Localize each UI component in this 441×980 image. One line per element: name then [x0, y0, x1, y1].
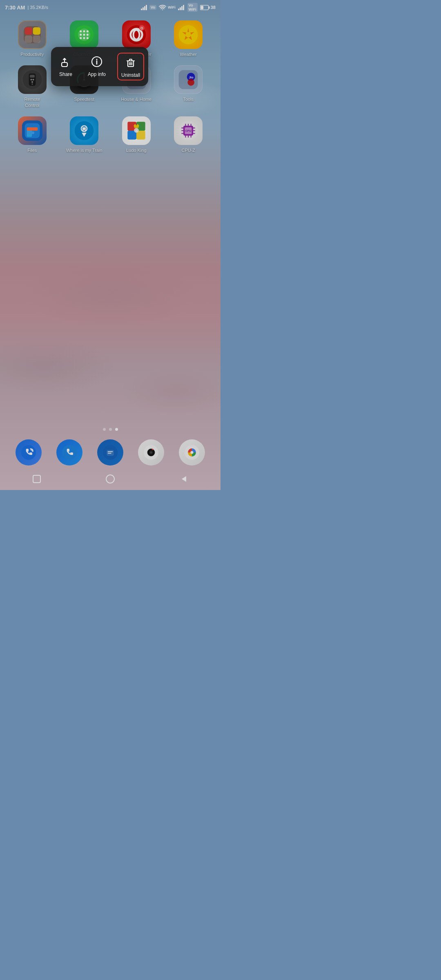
photos-icon: [185, 445, 199, 460]
svg-rect-6: [33, 27, 40, 35]
app-icon-opera: O: [122, 20, 151, 49]
app-icon-tools: Jio: [174, 65, 203, 94]
wifi-label: WiFi: [168, 5, 176, 9]
nav-recents-button[interactable]: [28, 470, 46, 488]
trash-icon: [123, 55, 138, 70]
svg-point-32: [30, 79, 32, 80]
signal-bars: [141, 5, 147, 10]
page-dot-1: [103, 428, 106, 431]
svg-rect-107: [33, 475, 40, 483]
app-item-remote[interactable]: RemoteControl: [8, 65, 56, 108]
app-item-tools[interactable]: Jio Tools: [165, 65, 213, 108]
svg-point-104: [152, 449, 154, 450]
context-uninstall-label: Uninstall: [121, 72, 140, 78]
svg-rect-8: [33, 36, 40, 43]
app-label-remote: RemoteControl: [24, 96, 40, 108]
svg-point-46: [188, 79, 195, 86]
svg-point-59: [83, 130, 84, 131]
ludo-icon-svg: [126, 120, 147, 141]
nav-bar: [0, 468, 220, 490]
svg-text:O: O: [140, 26, 143, 30]
dock-camera[interactable]: [138, 439, 164, 466]
svg-point-108: [106, 475, 114, 483]
page-dot-3: [115, 428, 118, 431]
svg-point-106: [190, 451, 193, 454]
svg-point-67: [134, 128, 139, 133]
svg-rect-53: [27, 131, 34, 134]
svg-rect-58: [82, 127, 86, 130]
svg-point-14: [80, 34, 82, 36]
dock-photos[interactable]: [179, 439, 205, 466]
opera-icon-svg: O: [126, 24, 147, 45]
svg-point-34: [31, 81, 33, 83]
svg-point-19: [87, 37, 89, 39]
files-icon-svg: [22, 120, 42, 141]
svg-point-16: [87, 34, 89, 36]
app-label-train: Where is my Train: [66, 147, 102, 153]
app-item-weather[interactable]: Weather: [165, 20, 213, 57]
voip-phone-icon: [21, 445, 36, 460]
app-label-tools: Tools: [183, 96, 194, 102]
app-item-cpu[interactable]: CPU CPU-Z: [165, 116, 213, 153]
svg-rect-3: [200, 6, 203, 9]
svg-rect-90: [129, 59, 132, 61]
status-left: 7:30 AM | 35.2KB/s: [5, 4, 48, 11]
battery-icon: [200, 5, 210, 10]
cpu-icon-svg: CPU: [178, 120, 198, 141]
info-icon: [89, 54, 104, 69]
train-icon-svg: [74, 120, 94, 141]
dock-messages[interactable]: [97, 439, 123, 466]
app-icon-cpu: CPU: [174, 116, 203, 145]
app-item-files[interactable]: Files: [8, 116, 56, 153]
context-menu-appinfo[interactable]: App info: [85, 53, 109, 80]
svg-point-18: [83, 37, 85, 39]
nav-back-button[interactable]: [175, 470, 193, 488]
app-icon-clicknchat: [70, 20, 98, 49]
svg-point-12: [83, 30, 85, 32]
dock-phone[interactable]: [56, 439, 82, 466]
status-bar: 7:30 AM | 35.2KB/s Vo WiFi: [0, 0, 220, 15]
app-item-productivity[interactable]: Productivity: [8, 20, 56, 57]
home-icon: [105, 474, 115, 484]
context-appinfo-label: App info: [88, 71, 106, 77]
svg-rect-97: [107, 450, 114, 456]
svg-point-0: [162, 9, 163, 10]
context-menu-uninstall[interactable]: Uninstall: [117, 53, 144, 80]
app-icon-train: [70, 116, 98, 145]
app-icon-productivity: [18, 20, 47, 49]
context-menu: Share App info: [51, 47, 148, 86]
battery-percent: 38: [211, 5, 216, 10]
svg-point-60: [85, 130, 86, 131]
svg-point-13: [87, 30, 89, 32]
productivity-icon-svg: [22, 24, 42, 45]
dock: [8, 439, 212, 466]
share-icon: [58, 54, 73, 69]
dock-voip-call[interactable]: [16, 439, 42, 466]
svg-rect-5: [24, 27, 32, 35]
nav-home-button[interactable]: [101, 470, 119, 488]
app-icon-remote: [18, 65, 47, 94]
app-icon-files: [18, 116, 47, 145]
back-icon: [179, 474, 189, 484]
app-item-train[interactable]: Where is my Train: [60, 116, 109, 153]
svg-point-87: [96, 59, 98, 60]
svg-point-94: [21, 445, 36, 460]
svg-point-28: [186, 32, 191, 37]
tools-icon-svg: Jio: [178, 69, 198, 90]
svg-rect-2: [209, 6, 210, 9]
app-item-ludo[interactable]: Ludo King: [112, 116, 160, 153]
status-speed: | 35.2KB/s: [27, 5, 48, 10]
camera-icon: [144, 445, 158, 460]
svg-point-103: [150, 451, 152, 453]
app-label-cpu: CPU-Z: [181, 147, 195, 153]
status-time: 7:30 AM: [5, 4, 25, 11]
svg-rect-7: [24, 36, 32, 43]
svg-point-11: [80, 30, 82, 32]
svg-point-35: [31, 83, 33, 85]
page-dot-2: [109, 428, 112, 431]
signal-bars-2: [178, 5, 184, 10]
messages-icon: [103, 445, 118, 460]
recents-icon: [32, 474, 42, 484]
context-menu-share[interactable]: Share: [55, 53, 76, 80]
status-right: Vo WiFi VoWiFi 38: [141, 3, 216, 12]
